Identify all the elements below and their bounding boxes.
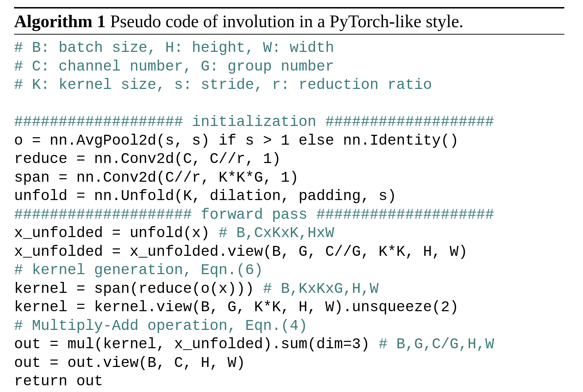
code-comment: # B,CxKxK,HxW [219,225,334,242]
code-line: unfold = nn.Unfold(K, dilation, padding,… [14,188,396,205]
code-comment: # B: batch size, H: height, W: width [14,40,334,56]
code-comment: # B,KxKxG,H,W [263,281,379,297]
code-comment: ################### initialization #####… [14,114,494,131]
code-comment: # C: channel number, G: group number [14,58,334,75]
algorithm-title: Pseudo code of involution in a PyTorch-l… [106,11,463,31]
code-line: span = nn.Conv2d(C//r, K*K*G, 1) [14,169,299,186]
code-line: x_unfolded = x_unfolded.view(B, G, C//G,… [14,243,467,260]
code-line: reduce = nn.Conv2d(C, C//r, 1) [14,151,281,168]
code-line: out = out.view(B, C, H, W) [14,355,245,372]
algorithm-block: Algorithm 1 Pseudo code of involution in… [14,7,564,392]
code-line: kernel = kernel.view(B, G, K*K, H, W).un… [14,299,458,316]
code-line: o = nn.AvgPool2d(s, s) if s > 1 else nn.… [14,132,458,149]
code-line: out = mul(kernel, x_unfolded).sum(dim=3) [14,336,378,353]
code-line: kernel = span(reduce(o(x))) [14,281,263,297]
algorithm-label: Algorithm 1 [14,11,106,31]
code-comment: # K: kernel size, s: stride, r: reductio… [14,77,432,94]
code-comment: # Multiply-Add operation, Eqn.(4) [14,318,308,334]
code-comment: # B,G,C/G,H,W [378,336,494,353]
header-text: Algorithm 1 Pseudo code of involution in… [14,11,463,31]
code-comment: # kernel generation, Eqn.(6) [14,262,263,279]
code-comment: #################### forward pass ######… [14,206,494,223]
algorithm-header: Algorithm 1 Pseudo code of involution in… [14,8,564,34]
code-block: # B: batch size, H: height, W: width # C… [14,35,564,392]
code-line: return out [14,373,103,390]
code-line: x_unfolded = unfold(x) [14,225,219,242]
